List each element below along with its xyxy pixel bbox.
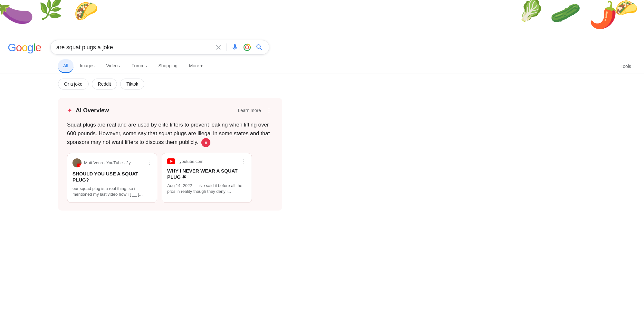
tab-shopping[interactable]: Shopping	[153, 59, 183, 73]
youtube-icon-2	[167, 158, 175, 164]
ai-overview-title-group: ✦ AI Overview	[67, 107, 109, 114]
ai-overview-body-text: Squat plugs are real and are used by eli…	[67, 122, 270, 145]
doodle-pepper: 🌶️	[586, 1, 620, 30]
tab-videos[interactable]: Videos	[101, 59, 125, 73]
tab-forums[interactable]: Forums	[126, 59, 152, 73]
suggestion-or-a-joke[interactable]: Or a joke	[58, 79, 89, 89]
learn-more-link[interactable]: Learn more	[238, 108, 261, 113]
tools-tab[interactable]: Tools	[615, 60, 636, 73]
tab-images[interactable]: Images	[75, 59, 100, 73]
doodle-eggplant: 🍆	[0, 0, 36, 31]
voice-search-button[interactable]	[231, 43, 239, 51]
source-card-1-meta: Matt Vena · YouTube · 2y	[72, 158, 131, 167]
suggestion-reddit[interactable]: Reddit	[92, 79, 117, 89]
source-card-1-snippet: our squad plug is a real thing. so i men…	[72, 186, 152, 197]
source-card-2-title: WHY I NEVER WEAR A SQUAT PLUG ✖	[167, 168, 246, 180]
svg-point-1	[245, 46, 249, 49]
tab-more[interactable]: More ▾	[184, 59, 208, 73]
ai-overview-menu-button[interactable]: ⋮	[265, 106, 273, 115]
doodle-cilantro: 🌿	[39, 0, 63, 19]
tab-all[interactable]: All	[58, 59, 73, 73]
source-name-2: youtube.com	[179, 159, 203, 164]
doodle-chip1: 🌮	[74, 2, 98, 21]
search-bar-row: Google are squat plugs a joke	[0, 35, 644, 59]
ai-overview-box: ✦ AI Overview Learn more ⋮ Squat plugs a…	[58, 98, 282, 211]
source-card-2-header: youtube.com ⋮	[167, 158, 246, 164]
ai-overview-body: Squat plugs are real and are used by eli…	[67, 120, 273, 147]
source-card-2-menu[interactable]: ⋮	[241, 158, 246, 164]
source-card-1[interactable]: Matt Vena · YouTube · 2y ⋮ SHOULD YOU US…	[67, 153, 157, 203]
nav-tabs-row: All Images Videos Forums Shopping More ▾…	[0, 59, 644, 73]
source-cards: Matt Vena · YouTube · 2y ⋮ SHOULD YOU US…	[67, 153, 273, 203]
clear-icon	[215, 44, 222, 51]
source-card-1-title: SHOULD YOU USE A SQUAT PLUG?	[72, 171, 152, 183]
source-avatar-1	[72, 158, 82, 167]
search-icon-group	[215, 43, 263, 51]
youtube-badge-1	[77, 164, 82, 167]
lens-search-button[interactable]	[243, 43, 251, 51]
search-input[interactable]: are squat plugs a joke	[56, 44, 212, 51]
search-button[interactable]	[255, 43, 263, 51]
source-card-2[interactable]: youtube.com ⋮ WHY I NEVER WEAR A SQUAT P…	[162, 153, 252, 203]
source-name-1: Matt Vena · YouTube · 2y	[84, 160, 131, 165]
suggestions-row: Or a joke Reddit Tiktok	[0, 73, 644, 95]
google-logo: Google	[8, 41, 41, 54]
source-card-1-header: Matt Vena · YouTube · 2y ⋮	[72, 158, 152, 167]
microphone-icon	[231, 43, 239, 51]
ai-spark-icon: ✦	[67, 107, 72, 114]
clear-button[interactable]	[215, 44, 222, 51]
suggestion-tiktok[interactable]: Tiktok	[120, 79, 144, 89]
ai-overview-title: AI Overview	[76, 107, 109, 114]
search-box: are squat plugs a joke	[50, 40, 269, 55]
source-card-2-snippet: Aug 14, 2022 — i've said it before all t…	[167, 183, 246, 194]
doodle-cucumber: 🥒	[549, 0, 582, 27]
main-content: ✦ AI Overview Learn more ⋮ Squat plugs a…	[0, 95, 290, 231]
doodle-bar: 🍆 🌿 🌮 🥬 🥒 🌶️ 🌮	[0, 0, 644, 35]
ai-overview-header: ✦ AI Overview Learn more ⋮	[67, 106, 273, 115]
search-divider	[226, 43, 226, 51]
ai-overview-actions: Learn more ⋮	[238, 106, 273, 115]
source-card-1-menu[interactable]: ⋮	[147, 160, 152, 166]
lens-icon	[243, 43, 251, 51]
search-icon	[255, 43, 263, 51]
doodle-lettuce: 🥬	[518, 0, 544, 21]
source-card-2-meta: youtube.com	[167, 158, 203, 164]
collapse-button[interactable]	[201, 138, 210, 147]
